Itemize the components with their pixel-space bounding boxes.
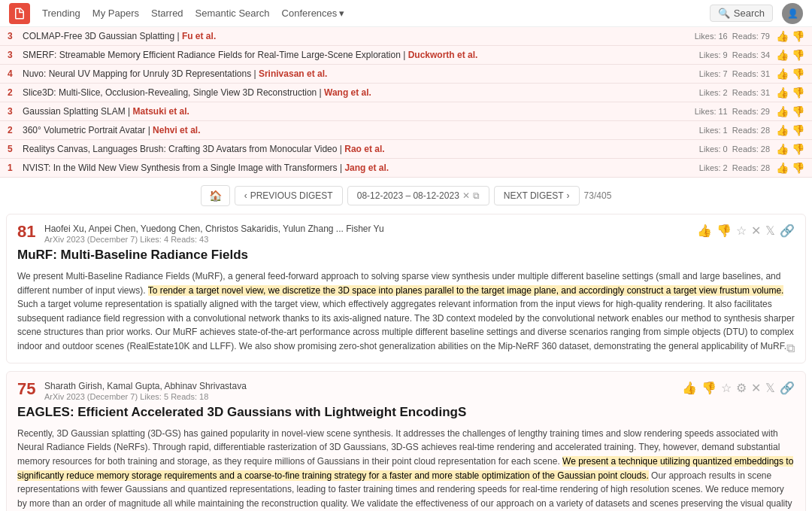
item-title[interactable]: Slice3D: Multi-Slice, Occlusion-Revealin… <box>23 87 699 98</box>
thumbs-down-icon[interactable]: 👎 <box>792 124 804 136</box>
item-actions: 👍 👎 <box>776 30 804 42</box>
paper-title[interactable]: EAGLES: Efficient Accelerated 3D Gaussia… <box>17 404 795 421</box>
home-button[interactable]: 🏠 <box>201 185 230 206</box>
item-rank: 1 <box>8 163 18 173</box>
thumbs-up-icon[interactable]: 👍 <box>776 105 789 117</box>
chevron-right-icon: › <box>567 190 570 201</box>
item-stats: Likes: 1 Reads: 28 <box>699 126 770 135</box>
thumbs-down-icon[interactable]: 👎 <box>717 224 732 238</box>
paper-card: 75 Sharath Girish, Kamal Gupta, Abhinav … <box>6 371 806 511</box>
paper-source: ArXiv 2023 (December 7) Likes: 4 Reads: … <box>44 235 697 244</box>
top-list: 3 COLMAP-Free 3D Gaussian Splatting | Fu… <box>0 27 812 178</box>
list-item: 1 NVIST: In the Wild New View Synthesis … <box>0 159 812 178</box>
twitter-icon[interactable]: 𝕏 <box>765 381 775 395</box>
list-item: 3 COLMAP-Free 3D Gaussian Splatting | Fu… <box>0 27 812 46</box>
item-title[interactable]: Gaussian Splatting SLAM | Matsuki et al. <box>23 106 695 117</box>
chevron-down-icon: ▾ <box>339 8 344 19</box>
paper-source: ArXiv 2023 (December 7) Likes: 5 Reads: … <box>44 392 682 401</box>
paper-meta: Sharath Girish, Kamal Gupta, Abhinav Shr… <box>44 381 682 401</box>
item-actions: 👍 👎 <box>776 124 804 136</box>
header-right: 🔍 Search 👤 <box>710 3 803 24</box>
paper-title[interactable]: MuRF: Multi-Baseline Radiance Fields <box>17 247 795 263</box>
item-stats: Likes: 2 Reads: 28 <box>699 163 770 172</box>
item-rank: 3 <box>8 31 18 41</box>
digest-date-range: 08-12-2023 – 08-12-2023 ✕ ⧉ <box>347 186 489 205</box>
paper-actions: 👍 👎 ☆ ⚙ ✕ 𝕏 🔗 <box>682 381 795 395</box>
nav-starred[interactable]: Starred <box>151 8 183 19</box>
item-title[interactable]: Nuvo: Neural UV Mapping for Unruly 3D Re… <box>23 68 699 79</box>
paper-abstract: We present Multi-Baseline Radiance Field… <box>17 269 795 354</box>
item-rank: 2 <box>8 87 18 98</box>
nav-my-papers[interactable]: My Papers <box>92 8 139 19</box>
copy-button[interactable]: ⧉ <box>786 339 795 358</box>
thumbs-down-icon[interactable]: 👎 <box>792 87 804 99</box>
nav-conferences[interactable]: Conferences ▾ <box>282 8 345 19</box>
thumbs-up-icon[interactable]: 👍 <box>776 30 789 42</box>
thumbs-down-icon[interactable]: 👎 <box>792 49 804 61</box>
item-stats: Likes: 7 Reads: 31 <box>699 69 770 78</box>
search-icon: 🔍 <box>718 8 730 19</box>
thumbs-up-icon[interactable]: 👍 <box>776 68 789 80</box>
item-title[interactable]: SMERF: Streamable Memory Efficient Radia… <box>23 50 699 60</box>
thumbs-up-icon[interactable]: 👍 <box>697 224 712 238</box>
thumbs-down-icon[interactable]: 👎 <box>792 105 804 117</box>
item-title[interactable]: COLMAP-Free 3D Gaussian Splatting | Fu e… <box>23 31 695 41</box>
header: Trending My Papers Starred Semantic Sear… <box>0 0 812 27</box>
chevron-left-icon: ‹ <box>244 190 247 201</box>
paper-score: 81 <box>17 224 44 240</box>
logo[interactable] <box>9 3 30 24</box>
nav-trending[interactable]: Trending <box>42 8 80 19</box>
item-rank: 4 <box>8 68 18 79</box>
item-title[interactable]: 360° Volumetric Portrait Avatar | Nehvi … <box>23 125 699 135</box>
item-actions: 👍 👎 <box>776 105 804 117</box>
copy-digest-icon[interactable]: ⧉ <box>473 190 480 201</box>
digest-nav: 🏠 ‹ PREVIOUS DIGEST 08-12-2023 – 08-12-2… <box>0 178 812 214</box>
item-rank: 3 <box>8 106 18 117</box>
search-button[interactable]: 🔍 Search <box>710 5 773 22</box>
item-actions: 👍 👎 <box>776 49 804 61</box>
main-nav: Trending My Papers Starred Semantic Sear… <box>42 8 698 19</box>
thumbs-up-icon[interactable]: 👍 <box>682 381 697 395</box>
avatar[interactable]: 👤 <box>782 3 803 24</box>
thumbs-up-icon[interactable]: 👍 <box>776 143 789 155</box>
item-actions: 👍 👎 <box>776 162 804 174</box>
list-item: 2 360° Volumetric Portrait Avatar | Nehv… <box>0 121 812 140</box>
close-icon[interactable]: ✕ <box>751 381 761 395</box>
thumbs-down-icon[interactable]: 👎 <box>792 162 804 174</box>
list-item: 4 Nuvo: Neural UV Mapping for Unruly 3D … <box>0 65 812 84</box>
paper-meta: Haofei Xu, Anpei Chen, Yuedong Chen, Chr… <box>44 224 697 244</box>
link-icon[interactable]: 🔗 <box>780 381 795 395</box>
thumbs-up-icon[interactable]: 👍 <box>776 124 789 136</box>
thumbs-down-icon[interactable]: 👎 <box>792 143 804 155</box>
list-item: 3 SMERF: Streamable Memory Efficient Rad… <box>0 46 812 65</box>
item-title[interactable]: NVIST: In the Wild New View Synthesis fr… <box>23 163 699 173</box>
next-digest-button[interactable]: NEXT DIGEST › <box>494 186 580 205</box>
paper-header: 81 Haofei Xu, Anpei Chen, Yuedong Chen, … <box>17 224 795 244</box>
item-rank: 5 <box>8 144 18 154</box>
thumbs-up-icon[interactable]: 👍 <box>776 49 789 61</box>
thumbs-down-icon[interactable]: 👎 <box>701 381 717 395</box>
thumbs-down-icon[interactable]: 👎 <box>792 30 804 42</box>
twitter-icon[interactable]: 𝕏 <box>765 224 775 238</box>
item-title[interactable]: Realitys Canvas, Languages Brush: Crafti… <box>23 144 699 154</box>
close-icon[interactable]: ✕ <box>751 224 761 238</box>
item-actions: 👍 👎 <box>776 87 804 99</box>
paper-header: 75 Sharath Girish, Kamal Gupta, Abhinav … <box>17 381 795 401</box>
digest-page-count: 73/405 <box>584 190 612 201</box>
paper-authors: Sharath Girish, Kamal Gupta, Abhinav Shr… <box>44 381 682 391</box>
prev-digest-button[interactable]: ‹ PREVIOUS DIGEST <box>235 186 343 205</box>
nav-semantic-search[interactable]: Semantic Search <box>195 8 270 19</box>
thumbs-up-icon[interactable]: 👍 <box>776 87 789 99</box>
item-stats: Likes: 2 Reads: 31 <box>699 88 770 97</box>
link-icon[interactable]: 🔗 <box>780 224 795 238</box>
close-icon[interactable]: ✕ <box>462 190 470 201</box>
item-actions: 👍 👎 <box>776 143 804 155</box>
item-actions: 👍 👎 <box>776 68 804 80</box>
thumbs-up-icon[interactable]: 👍 <box>776 162 789 174</box>
paper-authors: Haofei Xu, Anpei Chen, Yuedong Chen, Chr… <box>44 224 697 234</box>
star-icon[interactable]: ☆ <box>721 381 732 395</box>
paper-abstract: Recently, 3D Gaussian splatting (3D-GS) … <box>17 427 795 511</box>
thumbs-down-icon[interactable]: 👎 <box>792 68 804 80</box>
star-icon[interactable]: ☆ <box>736 224 747 238</box>
github-icon[interactable]: ⚙ <box>736 381 747 395</box>
